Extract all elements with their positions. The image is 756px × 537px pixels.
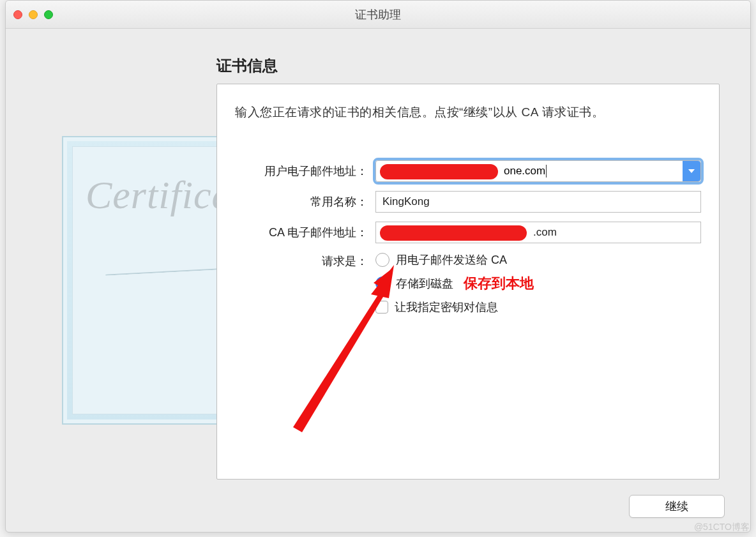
- common-name-input[interactable]: KingKong: [375, 191, 701, 213]
- ca-email-input[interactable]: .com: [375, 222, 701, 243]
- content-area: Certificate 证书信息 输入您正在请求的证书的相关信息。点按“继续”以…: [6, 29, 750, 532]
- panel-heading: 证书信息: [216, 56, 278, 76]
- maximize-icon[interactable]: [44, 10, 53, 19]
- radio-email-to-ca[interactable]: [375, 253, 389, 267]
- form-panel: 输入您正在请求的证书的相关信息。点按“继续”以从 CA 请求证书。 用户电子邮件…: [216, 84, 720, 480]
- radio-save-to-disk-label: 存储到磁盘: [396, 276, 453, 291]
- watermark-text: @51CTO博客: [694, 522, 750, 533]
- text-cursor: [546, 165, 547, 178]
- window-title: 证书助理: [6, 7, 750, 22]
- radio-save-to-disk[interactable]: [375, 276, 389, 291]
- instructions-text: 输入您正在请求的证书的相关信息。点按“继续”以从 CA 请求证书。: [235, 103, 701, 122]
- titlebar: 证书助理: [6, 1, 750, 29]
- checkbox-key-pair-label: 让我指定密钥对信息: [395, 299, 498, 315]
- close-icon[interactable]: [13, 10, 22, 19]
- redaction-bar: [380, 164, 498, 179]
- user-email-combobox[interactable]: one.com: [375, 160, 701, 182]
- common-name-label: 常用名称：: [235, 194, 375, 209]
- redaction-bar: [380, 225, 527, 241]
- continue-button[interactable]: 继续: [629, 495, 725, 518]
- chevron-down-icon: [688, 167, 695, 175]
- request-is-label: 请求是：: [235, 252, 375, 269]
- ca-email-label: CA 电子邮件地址：: [235, 225, 375, 240]
- combobox-chevron[interactable]: [683, 161, 700, 181]
- dialog-window: 证书助理 Certificate 证书信息: [5, 0, 751, 533]
- annotation-save-local: 保存到本地: [464, 274, 534, 293]
- checkbox-key-pair[interactable]: [375, 301, 388, 314]
- ca-email-visible-text: .com: [533, 226, 557, 239]
- continue-button-label: 继续: [665, 499, 688, 514]
- common-name-value: KingKong: [382, 195, 430, 208]
- traffic-lights: [13, 10, 53, 19]
- user-email-label: 用户电子邮件地址：: [235, 163, 375, 179]
- minimize-icon[interactable]: [29, 10, 38, 19]
- user-email-visible-text: one.com: [504, 165, 545, 178]
- radio-email-to-ca-label: 用电子邮件发送给 CA: [396, 252, 507, 268]
